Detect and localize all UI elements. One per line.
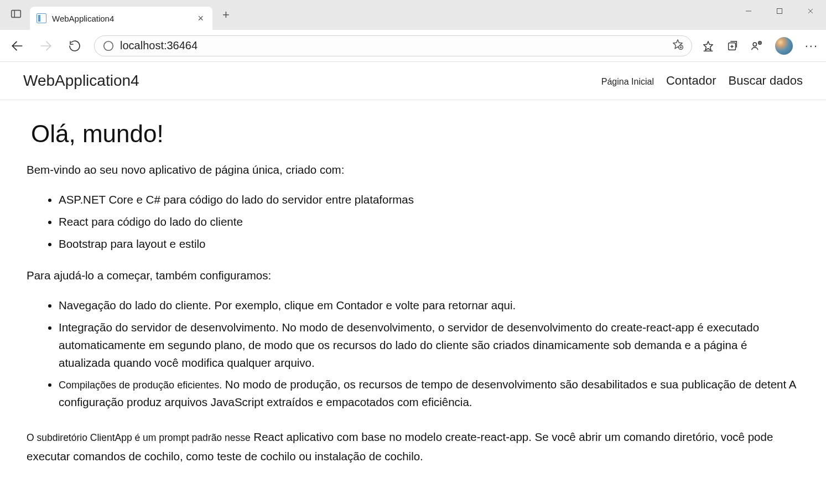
- svg-rect-0: [12, 11, 21, 18]
- toolbar-right: ···: [702, 37, 818, 55]
- welcome-text: Bem-vindo ao seu novo aplicativo de pági…: [27, 163, 799, 176]
- list-item: Navegação do lado do cliente. Por exempl…: [59, 294, 799, 316]
- svg-marker-13: [703, 41, 713, 50]
- list-item: Integração do servidor de desenvolviment…: [59, 316, 799, 373]
- page-content: Olá, mundo! Bem-vindo ao seu novo aplica…: [0, 100, 826, 490]
- svg-rect-3: [777, 9, 782, 14]
- account-sync-icon[interactable]: [751, 40, 763, 52]
- list-item: Compilações de produção eficientes. No m…: [59, 373, 799, 413]
- refresh-button[interactable]: [65, 37, 84, 55]
- browser-tab-strip: WebApplication4 × +: [0, 0, 826, 30]
- page-viewport: WebApplication4 Página Inicial Contador …: [0, 62, 826, 490]
- list-item: Bootstrap para layout e estilo: [59, 233, 799, 255]
- favorites-button[interactable]: [702, 40, 714, 52]
- maximize-button[interactable]: [764, 0, 795, 22]
- footer-prefix: O subdiretório ClientApp é um prompt pad…: [27, 432, 251, 443]
- browser-toolbar: localhost:36464 ···: [0, 30, 826, 62]
- list-item: React para código do lado do cliente: [59, 211, 799, 233]
- tab-favicon-icon: [37, 13, 46, 23]
- tab-actions-button[interactable]: [10, 8, 22, 22]
- brand-title[interactable]: WebApplication4: [23, 72, 139, 90]
- collections-button[interactable]: [726, 40, 739, 52]
- tab-close-button[interactable]: ×: [195, 11, 206, 27]
- help-intro-text: Para ajudá-lo a começar, também configur…: [27, 269, 799, 282]
- nav-link-fetch-data[interactable]: Buscar dados: [728, 74, 803, 88]
- browser-tab[interactable]: WebApplication4 ×: [30, 7, 212, 30]
- back-button[interactable]: [8, 37, 27, 55]
- window-controls: [733, 0, 826, 22]
- window-close-button[interactable]: [795, 0, 826, 22]
- app-navbar: WebApplication4 Página Inicial Contador …: [0, 62, 826, 100]
- address-bar[interactable]: localhost:36464: [94, 35, 692, 56]
- nav-links: Página Inicial Contador Buscar dados: [601, 74, 803, 88]
- page-heading: Olá, mundo!: [31, 120, 799, 148]
- site-info-icon[interactable]: [102, 40, 115, 52]
- more-menu-button[interactable]: ···: [805, 39, 818, 53]
- tab-title: WebApplication4: [52, 14, 190, 23]
- feature-prefix: Compilações de produção eficientes.: [59, 380, 222, 391]
- footer-paragraph: O subdiretório ClientApp é um prompt pad…: [27, 428, 799, 466]
- svg-point-8: [104, 41, 113, 50]
- list-item: ASP.NET Core e C# para código do lado do…: [59, 189, 799, 211]
- minimize-button[interactable]: [733, 0, 764, 22]
- tech-list: ASP.NET Core e C# para código do lado do…: [27, 189, 799, 254]
- features-list: Navegação do lado do cliente. Por exempl…: [27, 294, 799, 413]
- add-favorite-button[interactable]: [672, 38, 684, 53]
- profile-avatar[interactable]: [775, 37, 793, 55]
- nav-link-counter[interactable]: Contador: [666, 74, 716, 88]
- nav-link-home[interactable]: Página Inicial: [601, 77, 654, 87]
- svg-point-18: [753, 43, 756, 46]
- address-text: localhost:36464: [120, 39, 198, 52]
- new-tab-button[interactable]: +: [222, 8, 230, 22]
- forward-button[interactable]: [37, 37, 55, 55]
